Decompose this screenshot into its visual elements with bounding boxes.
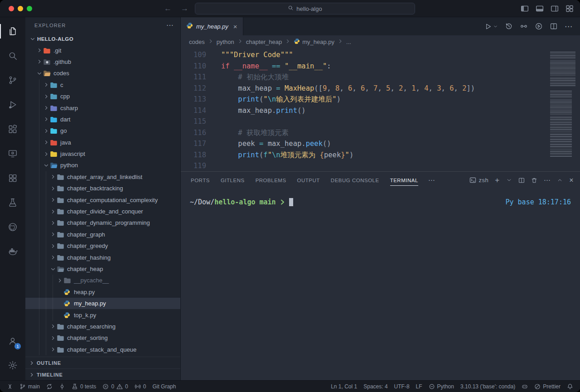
tree-item-chapter-sorting[interactable]: chapter_sorting <box>25 332 180 344</box>
forward-button[interactable]: → <box>181 4 188 13</box>
code-line[interactable]: 109"""Driver Code""" <box>181 49 547 61</box>
code-line[interactable]: 111 # 初始化大顶堆 <box>181 72 547 83</box>
problems-status[interactable]: 00 <box>99 381 131 392</box>
maximize-panel-button[interactable] <box>557 177 563 183</box>
close-panel-button[interactable]: × <box>569 176 574 184</box>
tree-item-top-k-py[interactable]: top_k.py <box>25 309 180 320</box>
command-center-search[interactable]: hello-algo <box>195 3 415 15</box>
code-line[interactable]: 115 <box>181 116 547 127</box>
tests-status[interactable]: 0 tests <box>68 381 99 392</box>
remote-indicator[interactable] <box>4 381 16 392</box>
code-line[interactable]: 119 <box>181 160 547 171</box>
panel-tab-output[interactable]: OUTPUT <box>292 172 325 189</box>
terminal[interactable]: ~/Dow/hello-algo main Py base 18:17:16 <box>181 189 580 380</box>
tree-item-chapter-stack-and-queue[interactable]: chapter_stack_and_queue <box>25 344 180 355</box>
breadcrumb-item[interactable]: codes <box>189 39 205 45</box>
sidebar-more-actions-button[interactable]: ⋯ <box>166 21 174 29</box>
testing-icon[interactable] <box>0 190 25 215</box>
code-line[interactable]: 117 peek = max_heap.peek() <box>181 138 547 150</box>
search-icon[interactable] <box>0 44 25 68</box>
section-outline[interactable]: OUTLINE <box>25 357 180 368</box>
close-tab-icon[interactable]: × <box>233 23 237 30</box>
layout-sidebar-right-icon[interactable] <box>551 5 559 13</box>
tree-item-chapter-hashing[interactable]: chapter_hashing <box>25 252 180 263</box>
tree-item-csharp[interactable]: csharp <box>25 102 180 113</box>
breadcrumb-item[interactable]: my_heap.py <box>294 38 334 46</box>
open-changes-button[interactable] <box>520 22 528 30</box>
tree-item--pycache-[interactable]: __pycache__ <box>25 275 180 286</box>
layout-panel-icon[interactable] <box>536 5 544 13</box>
gitlens-status[interactable] <box>56 381 68 392</box>
copilot-status[interactable] <box>518 381 531 392</box>
panel-tab-terminal[interactable]: TERMINAL <box>385 172 424 189</box>
ports-status[interactable]: 0 <box>131 381 150 392</box>
encoding[interactable]: UTF-8 <box>391 381 413 392</box>
close-window-button[interactable] <box>9 6 14 11</box>
panel-tab-debug-console[interactable]: DEBUG CONSOLE <box>325 172 385 189</box>
tree-item-chapter-computational-complexity[interactable]: chapter_computational_complexity <box>25 194 180 205</box>
code-line[interactable]: 112 max_heap = MaxHeap([9, 8, 6, 6, 7, 5… <box>181 83 547 94</box>
grid-icon[interactable] <box>0 166 25 190</box>
tree-item-chapter-searching[interactable]: chapter_searching <box>25 321 180 332</box>
breadcrumb-item[interactable]: ... <box>346 39 351 45</box>
panel-tab-gitlens[interactable]: GITLENS <box>215 172 250 189</box>
tab-my-heap-py[interactable]: my_heap.py × <box>181 17 243 35</box>
git-graph-status[interactable]: Git Graph <box>149 381 179 392</box>
run-and-debug-icon[interactable] <box>0 92 25 117</box>
python-interpreter[interactable]: 3.10.13 ('base': conda) <box>457 381 518 392</box>
panel-tab-ports[interactable]: PORTS <box>185 172 215 189</box>
remote-explorer-icon[interactable] <box>0 141 25 166</box>
code-line[interactable]: 114 max_heap.print() <box>181 105 547 116</box>
panel-more-button[interactable]: ⋯ <box>544 176 551 184</box>
tree-item-chapter-greedy[interactable]: chapter_greedy <box>25 240 180 252</box>
cursor-position[interactable]: Ln 1, Col 1 <box>328 381 360 392</box>
tree-item-chapter-heap[interactable]: chapter_heap <box>25 263 180 275</box>
tree-item-codes[interactable]: codes <box>25 68 180 79</box>
branch-status[interactable]: main <box>16 381 43 392</box>
tree-item-chapter-divide-and-conquer[interactable]: chapter_divide_and_conquer <box>25 206 180 217</box>
tree-root-folder[interactable]: HELLO-ALGO <box>25 33 180 44</box>
tree-item-chapter-graph[interactable]: chapter_graph <box>25 229 180 240</box>
tree-item-chapter-backtracking[interactable]: chapter_backtracking <box>25 183 180 194</box>
language-mode[interactable]: Python <box>425 381 457 392</box>
tree-item-chapter-dynamic-programming[interactable]: chapter_dynamic_programming <box>25 217 180 228</box>
more-actions-button[interactable]: ⋯ <box>565 22 573 31</box>
tree-item-python[interactable]: python <box>25 160 180 171</box>
tree-item-my-heap-py[interactable]: my_heap.py <box>25 298 180 309</box>
file-history-button[interactable] <box>505 22 513 30</box>
code-line[interactable]: 118 print(f"\n堆顶元素为 {peek}") <box>181 150 547 161</box>
kill-terminal-button[interactable] <box>531 177 537 184</box>
explorer-icon[interactable] <box>0 19 25 44</box>
tree-item-go[interactable]: go <box>25 125 180 136</box>
run-or-debug-button[interactable] <box>535 22 543 30</box>
run-python-file-button[interactable] <box>484 23 498 30</box>
tree-item-dart[interactable]: dart <box>25 114 180 125</box>
settings-gear-icon[interactable] <box>0 353 25 377</box>
back-button[interactable]: ← <box>164 4 172 13</box>
github-icon[interactable] <box>0 215 25 239</box>
tree-item-heap-py[interactable]: heap.py <box>25 286 180 298</box>
tree-item-c[interactable]: c <box>25 79 180 91</box>
launch-profile-caret-icon[interactable] <box>506 177 512 183</box>
accounts-icon[interactable]: 1 <box>0 329 25 353</box>
prettier-status[interactable]: Prettier <box>531 381 564 392</box>
docker-icon[interactable] <box>0 239 25 264</box>
sync-status[interactable] <box>43 381 56 392</box>
code-line[interactable]: 116 # 获取堆顶元素 <box>181 127 547 139</box>
tree-item--github[interactable]: .github <box>25 56 180 68</box>
tree-item-javascript[interactable]: javascript <box>25 148 180 160</box>
code-line[interactable]: 110if __name__ == "__main__": <box>181 61 547 72</box>
indentation[interactable]: Spaces: 4 <box>360 381 391 392</box>
breadcrumb-item[interactable]: python <box>217 39 234 45</box>
breadcrumb-item[interactable]: chapter_heap <box>246 39 282 45</box>
tree-item-chapter-array-and-linkedlist[interactable]: chapter_array_and_linkedlist <box>25 171 180 183</box>
layout-customize-icon[interactable] <box>566 5 574 13</box>
split-terminal-button[interactable] <box>518 177 525 184</box>
source-control-icon[interactable] <box>0 68 25 92</box>
extensions-icon[interactable] <box>0 117 25 141</box>
tree-item-java[interactable]: java <box>25 137 180 148</box>
minimize-window-button[interactable] <box>18 6 23 11</box>
minimap[interactable] <box>547 48 580 171</box>
notifications-bell[interactable] <box>564 381 576 392</box>
panel-tab-problems[interactable]: PROBLEMS <box>250 172 292 189</box>
